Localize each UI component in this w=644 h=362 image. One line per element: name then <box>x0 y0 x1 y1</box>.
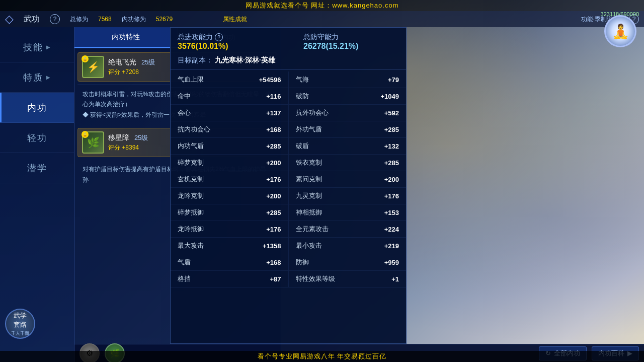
attr-cell-right-4: 破盾 +132 <box>289 138 407 154</box>
attr-val-left-6: +176 <box>266 176 281 183</box>
attr-val-left-11: +168 <box>266 259 281 266</box>
attr-val-left-12: +87 <box>270 275 281 283</box>
attr-val-right-5: +285 <box>384 159 399 167</box>
sidebar-label-skills: 技能 <box>23 41 43 53</box>
inner-power-val: 52679 <box>156 16 173 23</box>
attr-val-right-2: +592 <box>384 109 399 117</box>
attr-attack-help[interactable]: ? <box>215 33 223 41</box>
attr-cell-left-5: 碎梦克制 +200 <box>171 155 289 171</box>
sidebar-item-skills[interactable]: 技能 ▶ <box>0 32 74 62</box>
sidebar-item-traits[interactable]: 特质 ▶ <box>0 62 74 93</box>
skill-set-label2: 套路 <box>14 320 27 329</box>
attr-row-6: 玄机克制 +176 素问克制 +200 <box>171 171 406 188</box>
attr-val-right-7: +176 <box>384 192 399 200</box>
attr-row-3: 抗内功会心 +168 外功气盾 +285 <box>171 121 406 138</box>
attr-cell-right-8: 神相抵御 +153 <box>289 204 407 221</box>
attr-val-left-0: +54596 <box>259 76 281 84</box>
skill-set-label3: 千人千面 <box>11 330 29 337</box>
attr-name-left-10: 最大攻击 <box>178 241 204 250</box>
attr-name-right-11: 防御 <box>296 258 309 267</box>
attr-val-right-12: +1 <box>391 275 399 283</box>
attr-cell-right-2: 抗外功会心 +592 <box>289 105 407 121</box>
attr-val-right-9: +224 <box>384 226 399 233</box>
sidebar-item-qinggong[interactable]: 轻功 <box>0 123 74 153</box>
attr-cell-left-3: 抗内功会心 +168 <box>171 121 289 137</box>
attr-cell-right-6: 素问克制 +200 <box>289 171 407 187</box>
sidebar-arrow-traits: ▶ <box>46 75 51 80</box>
attr-name-right-9: 全元素攻击 <box>296 225 329 234</box>
attr-val-left-10: +1358 <box>263 242 281 250</box>
skill-set-button[interactable]: 武学 套路 千人千面 <box>0 304 40 344</box>
attr-cell-left-0: 气血上限 +54596 <box>171 71 289 88</box>
attr-target-row: 目标副本： 九光寒林·深林·英雄 <box>178 53 399 66</box>
attr-defense-val: 26278(15.21%) <box>303 42 399 51</box>
attr-name-left-6: 玄机克制 <box>178 175 204 184</box>
attr-val-left-3: +168 <box>266 126 281 133</box>
attr-col-attack: 总进攻能力 ? 3576(10.01%) <box>178 33 273 51</box>
attr-name-right-10: 最小攻击 <box>296 241 322 250</box>
attr-cell-right-11: 防御 +959 <box>289 254 407 270</box>
title-label: 武功 <box>24 14 40 25</box>
skill-icon-0: 🔒 ⚡ <box>82 56 104 78</box>
watermark-top: 网易游戏就选看个号 网址：www.kangehao.com <box>0 0 644 11</box>
attr-val-right-6: +200 <box>384 176 399 183</box>
attr-row-10: 最大攻击 +1358 最小攻击 +219 <box>171 238 406 254</box>
attr-cell-right-9: 全元素攻击 +224 <box>289 221 407 237</box>
attr-name-right-5: 铁衣克制 <box>296 158 322 167</box>
attr-name-right-12: 特性效果等级 <box>296 274 335 283</box>
attr-val-right-8: +153 <box>384 209 399 216</box>
attr-name-left-12: 格挡 <box>178 274 191 283</box>
attr-cell-left-12: 格挡 +87 <box>171 271 289 287</box>
attr-name-left-7: 龙吟克制 <box>178 191 204 200</box>
attr-name-left-1: 命中 <box>178 92 191 101</box>
attr-val-right-11: +959 <box>384 259 399 266</box>
attr-target-val: 九光寒林·深林·英雄 <box>215 56 275 64</box>
attr-val-right-0: +79 <box>388 76 399 84</box>
attr-attack-val: 3576(10.01%) <box>178 42 273 51</box>
sidebar-label-qinggong: 轻功 <box>27 132 47 144</box>
attr-row-2: 会心 +137 抗外功会心 +592 <box>171 105 406 121</box>
attr-col-defense: 总防守能力 26278(15.21%) <box>303 33 399 51</box>
attr-name-left-3: 抗内功会心 <box>178 125 210 134</box>
attr-name-left-8: 碎梦抵御 <box>178 208 204 217</box>
skill-set-label1: 武学 <box>14 311 27 320</box>
attr-name-left-9: 龙吟抵御 <box>178 225 204 234</box>
attr-name-left-0: 气血上限 <box>178 75 204 84</box>
attr-cell-left-7: 龙吟克制 +200 <box>171 188 289 204</box>
attr-name-right-3: 外功气盾 <box>296 125 322 134</box>
attr-row-9: 龙吟抵御 +176 全元素攻击 +224 <box>171 221 406 238</box>
attr-cell-right-12: 特性效果等级 +1 <box>289 271 407 287</box>
title-help-button[interactable]: ? <box>50 14 60 24</box>
attr-defense-label: 总防守能力 <box>303 33 339 42</box>
attr-title-row: 总进攻能力 ? 3576(10.01%) 总防守能力 26278(15.21%) <box>178 33 399 51</box>
attr-name-right-1: 破防 <box>296 92 309 101</box>
attr-val-right-3: +285 <box>384 126 399 133</box>
attr-row-7: 龙吟克制 +200 九灵克制 +176 <box>171 188 406 204</box>
attr-name-right-6: 素问克制 <box>296 175 322 184</box>
sidebar-item-neigong[interactable]: 内功 <box>0 93 74 123</box>
attr-attack-label: 总进攻能力 <box>178 33 213 42</box>
attr-val-right-4: +132 <box>384 142 399 150</box>
attr-row-5: 碎梦克制 +200 铁衣克制 +285 <box>171 155 406 171</box>
attr-cell-right-3: 外功气盾 +285 <box>289 121 407 137</box>
attr-cell-left-1: 命中 +116 <box>171 88 289 104</box>
sidebar: 技能 ▶ 特质 ▶ 内功 轻功 潜学 武学 套路 千人千面 <box>0 27 74 362</box>
attr-name-right-8: 神相抵御 <box>296 208 322 217</box>
attr-cell-right-1: 破防 +1049 <box>289 88 407 104</box>
attr-cell-left-10: 最大攻击 +1358 <box>171 238 289 254</box>
tab-neigong-traits[interactable]: 内功特性 <box>74 27 178 48</box>
attr-cell-left-2: 会心 +137 <box>171 105 289 121</box>
attr-title: 属性成就 <box>223 15 247 24</box>
attr-row-4: 内功气盾 +285 破盾 +132 <box>171 138 406 155</box>
attr-cell-left-6: 玄机克制 +176 <box>171 171 289 187</box>
total-power-label: 总修为 <box>70 15 88 24</box>
attr-name-right-4: 破盾 <box>296 141 309 151</box>
attr-val-right-1: +1049 <box>380 93 399 100</box>
attr-panel: 总进攻能力 ? 3576(10.01%) 总防守能力 26278(15.21%)… <box>170 27 407 344</box>
skill-icon-1: 🔒 🌿 <box>82 131 104 154</box>
attr-name-left-5: 碎梦克制 <box>178 158 204 167</box>
attr-table: 气血上限 +54596 气海 +79 命中 +116 破防 +1049 会心 +… <box>171 69 406 343</box>
attr-val-left-4: +285 <box>266 142 281 150</box>
watermark-bottom: 看个号专业网易游戏八年 年交易额过百亿 <box>0 351 644 362</box>
sidebar-item-qianxue[interactable]: 潜学 <box>0 153 74 183</box>
